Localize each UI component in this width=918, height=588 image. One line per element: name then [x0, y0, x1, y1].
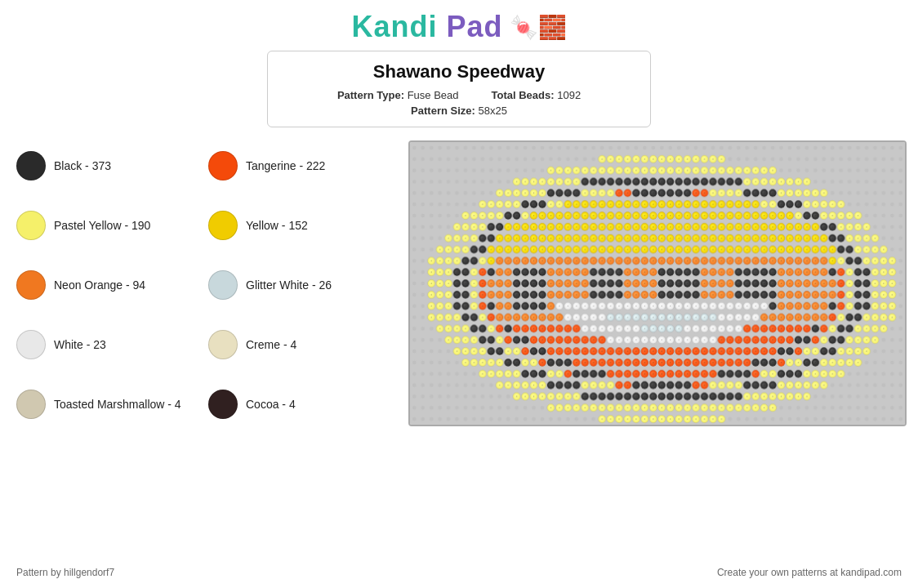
color-swatch — [16, 390, 46, 419]
color-name: Toasted Marshmallow - 4 — [54, 398, 181, 411]
color-name: Pastel Yellow - 190 — [54, 219, 150, 232]
color-item: Yellow - 152 — [208, 203, 392, 248]
color-item: Tangerine - 222 — [208, 144, 392, 189]
footer: Pattern by hillgendorf7 Create your own … — [16, 567, 902, 578]
pattern-meta: Pattern Type: Fuse Bead Total Beads: 109… — [284, 89, 634, 101]
color-swatch — [208, 151, 238, 180]
color-item: Toasted Marshmallow - 4 — [16, 381, 200, 426]
color-item: Glitter White - 26 — [208, 263, 392, 308]
pattern-size-row: Pattern Size: 58x25 — [284, 105, 634, 117]
pattern-area — [408, 140, 907, 426]
color-list: Black - 373 Tangerine - 222 Pastel Yello… — [16, 140, 392, 426]
pattern-canvas — [408, 140, 907, 426]
color-name: Yellow - 152 — [246, 219, 308, 232]
color-swatch — [16, 151, 46, 180]
logo-pad: Pad — [447, 10, 503, 43]
pattern-size-value: 58x25 — [478, 105, 506, 117]
pattern-type-value: Fuse Bead — [408, 89, 459, 101]
pattern-size-label: Pattern Size: — [411, 105, 475, 117]
header: Kandi Pad 🍬🧱 — [0, 0, 918, 51]
color-name: Black - 373 — [54, 159, 111, 172]
color-swatch — [16, 270, 46, 300]
pattern-type: Pattern Type: Fuse Bead — [337, 89, 459, 101]
color-item: Creme - 4 — [208, 322, 392, 367]
color-name: Neon Orange - 94 — [54, 278, 145, 292]
color-name: Creme - 4 — [246, 338, 296, 351]
color-swatch — [208, 270, 238, 300]
color-swatch — [16, 330, 46, 359]
footer-left: Pattern by hillgendorf7 — [16, 567, 114, 578]
total-beads-label: Total Beads: — [492, 89, 555, 101]
total-beads-value: 1092 — [557, 89, 581, 101]
bead-canvas — [410, 142, 905, 425]
color-name: Cocoa - 4 — [246, 398, 296, 411]
total-beads: Total Beads: 1092 — [492, 89, 582, 101]
logo-kandi: Kandi — [351, 10, 437, 43]
pattern-type-label: Pattern Type: — [337, 89, 404, 101]
main-content: Black - 373 Tangerine - 222 Pastel Yello… — [0, 140, 918, 426]
color-item: Neon Orange - 94 — [16, 263, 200, 308]
color-swatch — [208, 390, 238, 419]
color-item: Black - 373 — [16, 144, 200, 189]
color-name: Tangerine - 222 — [246, 159, 325, 172]
color-name: Glitter White - 26 — [246, 278, 332, 292]
pattern-card: Shawano Speedway Pattern Type: Fuse Bead… — [267, 51, 651, 127]
color-name: White - 23 — [54, 338, 106, 351]
logo-icons: 🍬🧱 — [510, 14, 567, 41]
pattern-title: Shawano Speedway — [284, 61, 634, 82]
color-item: Cocoa - 4 — [208, 381, 392, 426]
color-swatch — [208, 330, 238, 359]
color-swatch — [16, 211, 46, 240]
color-item: Pastel Yellow - 190 — [16, 203, 200, 248]
color-item: White - 23 — [16, 322, 200, 367]
color-swatch — [208, 211, 238, 240]
footer-right: Create your own patterns at kandipad.com — [717, 567, 902, 578]
logo: Kandi Pad — [351, 10, 502, 44]
